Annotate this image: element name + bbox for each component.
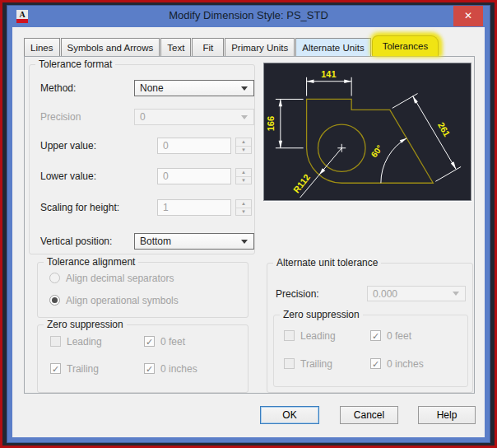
upper-value-label: Upper value: xyxy=(40,140,96,152)
dialog-client-area: Lines Symbols and Arrows Text Fit Primar… xyxy=(12,27,485,437)
alt-precision-dropdown[interactable]: 0.000 xyxy=(367,286,466,301)
vertical-position-label: Vertical position: xyxy=(40,236,112,247)
spinner-up-icon[interactable]: ▲ xyxy=(236,138,251,147)
chevron-down-icon xyxy=(241,115,248,119)
preview-drawing: 141 166 xyxy=(264,63,471,200)
zero-feet-label: 0 feet xyxy=(160,336,185,348)
help-button[interactable]: Help xyxy=(418,406,476,424)
alt-zero-feet-label: 0 feet xyxy=(387,330,411,342)
align-decimal-separators-radio[interactable] xyxy=(49,273,60,283)
alt-precision-label: Precision: xyxy=(276,288,319,300)
chevron-down-icon xyxy=(241,86,248,91)
upper-value-stepper[interactable]: ▲ ▼ xyxy=(235,138,252,154)
zero-suppression-group: Zero suppression Leading ✓ 0 feet ✓ Trai… xyxy=(37,324,248,393)
scaling-for-height-field[interactable]: 1 xyxy=(157,199,231,216)
alt-zero-suppression-legend: Zero suppression xyxy=(280,309,363,320)
lower-value-stepper[interactable]: ▲ ▼ xyxy=(235,168,252,184)
dialog-window: A Modify Dimension Style: PS_STD ✕ Lines… xyxy=(7,5,490,443)
close-icon: ✕ xyxy=(464,10,472,21)
check-icon: ✓ xyxy=(52,364,59,374)
alt-trailing-checkbox[interactable] xyxy=(284,358,295,369)
dimension-style-preview: 141 166 xyxy=(263,63,471,201)
scaling-for-height-stepper[interactable]: ▲ ▼ xyxy=(235,199,252,216)
align-operational-symbols-radio[interactable] xyxy=(49,295,60,306)
alt-trailing-label: Trailing xyxy=(300,358,332,370)
align-decimal-separators-label: Align decimal separators xyxy=(66,273,174,284)
zero-inches-label: 0 inches xyxy=(160,363,197,375)
tolerance-alignment-group: Tolerance alignment Align decimal separa… xyxy=(37,262,248,318)
desktop-background: A Modify Dimension Style: PS_STD ✕ Lines… xyxy=(2,2,495,446)
tab-text[interactable]: Text xyxy=(160,38,191,56)
scaling-for-height-label: Scaling for height: xyxy=(40,202,119,213)
tolerance-alignment-legend: Tolerance alignment xyxy=(44,256,138,268)
part-outline xyxy=(307,99,434,183)
alternate-unit-tolerance-group: Alternate unit tolerance Precision: 0.00… xyxy=(267,263,473,393)
tab-alternate-units[interactable]: Alternate Units xyxy=(295,38,370,56)
align-operational-symbols-label: Align operational symbols xyxy=(66,295,179,306)
tolerance-format-group: Tolerance format Method: None Precision … xyxy=(29,64,255,254)
precision-label: Precision xyxy=(40,111,81,123)
tab-lines[interactable]: Lines xyxy=(24,38,60,56)
chevron-down-icon xyxy=(453,292,459,296)
tolerance-format-legend: Tolerance format xyxy=(35,58,115,70)
leading-label: Leading xyxy=(67,336,102,348)
dim-angle-arc xyxy=(381,138,406,183)
cancel-button[interactable]: Cancel xyxy=(340,406,398,424)
spinner-down-icon[interactable]: ▼ xyxy=(236,208,251,216)
trailing-checkbox[interactable]: ✓ xyxy=(50,363,61,374)
lower-value-label: Lower value: xyxy=(40,170,96,182)
alt-leading-checkbox[interactable] xyxy=(284,330,295,341)
method-label: Method: xyxy=(40,82,76,94)
vertical-position-dropdown[interactable]: Bottom xyxy=(134,233,254,250)
dim-text-angle: 60° xyxy=(369,143,384,159)
check-icon: ✓ xyxy=(372,331,379,341)
dim-text-radius: R112 xyxy=(291,172,312,194)
ok-button[interactable]: OK xyxy=(260,406,319,424)
precision-dropdown[interactable]: 0 xyxy=(134,109,254,125)
tab-tolerances[interactable]: Tolerances xyxy=(372,35,439,56)
alt-zero-feet-checkbox[interactable]: ✓ xyxy=(370,330,381,341)
alt-zero-inches-checkbox[interactable]: ✓ xyxy=(370,358,381,369)
title-bar[interactable]: A Modify Dimension Style: PS_STD ✕ xyxy=(7,6,490,27)
close-button[interactable]: ✕ xyxy=(453,6,483,26)
dialog-title: Modify Dimension Style: PS_STD xyxy=(7,9,490,21)
check-icon: ✓ xyxy=(146,364,153,374)
check-icon: ✓ xyxy=(146,337,153,347)
tab-fit[interactable]: Fit xyxy=(192,38,224,56)
method-dropdown[interactable]: None xyxy=(134,80,254,96)
zero-suppression-legend: Zero suppression xyxy=(44,319,127,330)
zero-inches-checkbox[interactable]: ✓ xyxy=(144,363,155,374)
spinner-up-icon[interactable]: ▲ xyxy=(236,200,251,208)
upper-value-field[interactable]: 0 xyxy=(157,138,231,154)
spinner-down-icon[interactable]: ▼ xyxy=(236,147,251,154)
dim-text-141: 141 xyxy=(321,69,336,79)
chevron-down-icon xyxy=(241,240,248,244)
dim-261 xyxy=(392,94,461,182)
spinner-down-icon[interactable]: ▼ xyxy=(236,177,251,184)
dim-text-166: 166 xyxy=(266,116,276,131)
tab-symbols-and-arrows[interactable]: Symbols and Arrows xyxy=(61,38,160,56)
zero-feet-checkbox[interactable]: ✓ xyxy=(144,336,155,347)
trailing-label: Trailing xyxy=(67,363,99,375)
tab-primary-units[interactable]: Primary Units xyxy=(225,38,295,56)
check-icon: ✓ xyxy=(372,359,379,369)
alt-leading-label: Leading xyxy=(300,330,336,342)
tolerances-tab-page: Tolerance format Method: None Precision … xyxy=(24,56,475,394)
dim-text-261: 261 xyxy=(436,120,453,138)
alt-zero-suppression-group: Zero suppression Leading ✓ 0 feet Traili… xyxy=(273,315,468,387)
alt-zero-inches-label: 0 inches xyxy=(387,358,424,370)
alternate-unit-tolerance-legend: Alternate unit tolerance xyxy=(273,257,381,268)
leading-checkbox[interactable] xyxy=(50,336,61,347)
tab-strip: Lines Symbols and Arrows Text Fit Primar… xyxy=(24,37,439,56)
lower-value-field[interactable]: 0 xyxy=(157,168,231,184)
spinner-up-icon[interactable]: ▲ xyxy=(236,169,251,177)
